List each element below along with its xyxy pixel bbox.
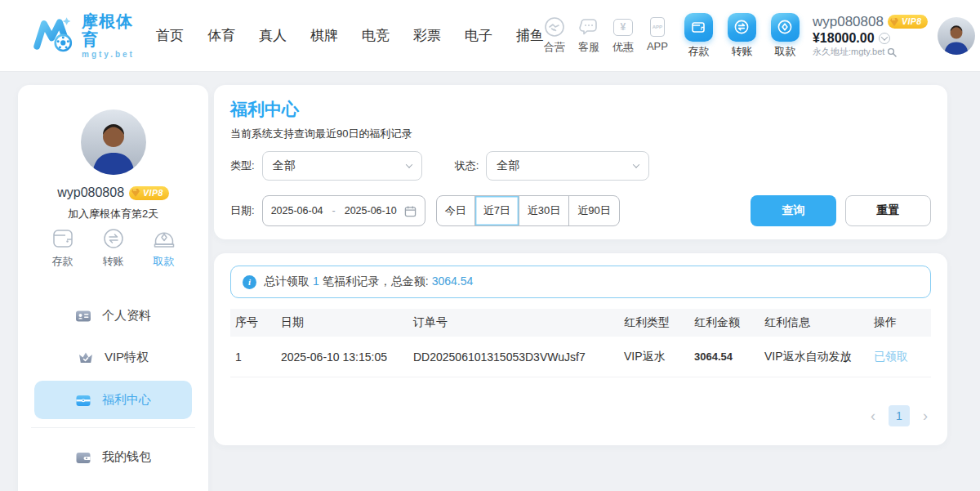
- col-index: 序号: [230, 315, 276, 330]
- pagination: ‹ 1 ›: [230, 405, 931, 426]
- brand-logo[interactable]: 摩根体育 mgty.bet: [33, 12, 135, 59]
- filter-row-date: 日期: 2025-06-04 - 2025-06-10 今日 近7日 近30日 …: [230, 195, 931, 226]
- blue-actions: 存款 转账: [684, 13, 800, 59]
- date-end[interactable]: 2025-06-10: [345, 205, 397, 216]
- wallet-icon: [75, 449, 91, 466]
- summary-amount: 3064.54: [432, 275, 474, 288]
- transfer-arrows-icon: [728, 13, 756, 42]
- partners-button[interactable]: 合营: [544, 16, 565, 55]
- balance-dropdown-icon[interactable]: [879, 33, 890, 44]
- promotions-label: 优惠: [612, 40, 634, 55]
- deposit-label: 存款: [688, 44, 709, 59]
- type-select[interactable]: 全部: [262, 151, 422, 181]
- col-order-no: 订单号: [408, 315, 619, 330]
- nav-item-esports[interactable]: 电竞: [362, 26, 390, 45]
- status-select[interactable]: 全部: [486, 151, 649, 181]
- nav-item-lottery[interactable]: 彩票: [413, 26, 441, 45]
- pagination-next-icon[interactable]: ›: [923, 408, 928, 423]
- pagination-page-1[interactable]: 1: [889, 405, 910, 426]
- brand-m-football-icon: [33, 13, 75, 59]
- sidebar-item-vip[interactable]: VIP特权: [18, 337, 208, 378]
- cell-bonus-info: VIP返水自动发放: [760, 350, 869, 364]
- user-avatar[interactable]: [938, 17, 975, 55]
- mobile-app-icon: APP: [647, 16, 668, 38]
- joined-days-text: 加入摩根体育第2天: [68, 207, 158, 221]
- sidebar-transfer-button[interactable]: 转账: [101, 226, 126, 269]
- header-right: 合营 客服 ¥: [544, 13, 975, 59]
- page-subtitle: 当前系统支持查询最近90日的福利记录: [230, 127, 931, 141]
- cell-order-no: DD202506101315053D3VWuJsf7: [408, 350, 619, 364]
- sidebar-item-profile[interactable]: 个人资料: [18, 295, 208, 337]
- profile-username: wyp080808: [57, 185, 124, 200]
- sidebar-quick-actions: 存款 转账 取款: [51, 226, 176, 269]
- app-download-label: APP: [647, 40, 668, 52]
- sidebar-item-transactions[interactable]: 交易记录: [18, 478, 208, 491]
- id-card-icon: [75, 308, 91, 324]
- date-start[interactable]: 2025-06-04: [271, 205, 323, 216]
- summary-text: 总计领取1笔福利记录，总金额:3064.54: [264, 275, 476, 289]
- reset-button[interactable]: 重置: [845, 195, 931, 226]
- sidebar: wyp080808 VIP8 加入摩根体育第2天 存款: [18, 85, 208, 491]
- nav-item-fishing[interactable]: 捕鱼: [516, 26, 544, 45]
- customer-service-button[interactable]: 客服: [578, 16, 599, 55]
- col-bonus-info: 红利信息: [760, 315, 869, 330]
- welfare-filter-card: 福利中心 当前系统支持查询最近90日的福利记录 类型: 全部 状态: 全部 日期…: [214, 85, 947, 239]
- cell-index: 1: [230, 350, 276, 364]
- nav-item-chess[interactable]: 棋牌: [310, 26, 338, 45]
- welfare-table: 序号 日期 订单号 红利类型 红利金额 红利信息 操作 1 2025-06-10…: [230, 309, 931, 377]
- app-download-button[interactable]: APP APP: [647, 16, 668, 55]
- info-icon: i: [243, 275, 256, 289]
- status-filter-label: 状态:: [455, 158, 479, 173]
- transfer-label: 转账: [731, 44, 752, 59]
- col-action: 操作: [869, 315, 931, 330]
- chevron-down-icon: [405, 161, 412, 167]
- sidebar-item-wallet[interactable]: 我的钱包: [18, 436, 208, 478]
- main-nav: 首页 体育 真人 棋牌 电竞 彩票 电子 捕鱼: [156, 26, 544, 45]
- range-7days-button[interactable]: 近7日: [475, 196, 519, 225]
- chevron-down-icon: [633, 161, 639, 167]
- cell-date: 2025-06-10 13:15:05: [276, 350, 408, 364]
- sidebar-withdraw-button[interactable]: 取款: [152, 226, 176, 269]
- cell-bonus-type: VIP返水: [619, 350, 689, 364]
- customer-service-icon: [578, 16, 599, 38]
- query-button[interactable]: 查询: [751, 195, 836, 226]
- nav-item-sports[interactable]: 体育: [207, 26, 235, 45]
- vip-badge: VIP8: [888, 15, 928, 29]
- deposit-wallet-icon: [51, 226, 75, 251]
- transfer-button[interactable]: 转账: [728, 13, 756, 59]
- range-today-button[interactable]: 今日: [437, 196, 475, 225]
- date-quick-ranges: 今日 近7日 近30日 近90日: [436, 195, 620, 226]
- withdraw-button[interactable]: 取款: [771, 13, 800, 59]
- sidebar-item-welfare-center[interactable]: 福利中心: [34, 381, 192, 419]
- summary-count: 1: [313, 275, 319, 288]
- table-row: 1 2025-06-10 13:15:05 DD202506101315053D…: [230, 337, 931, 377]
- gift-box-icon: [75, 392, 91, 408]
- permanent-address: 永久地址:mgty.bet: [813, 47, 884, 58]
- page-title: 福利中心: [230, 98, 931, 121]
- top-header: 摩根体育 mgty.bet 首页 体育 真人 棋牌 电竞 彩票 电子 捕鱼: [0, 0, 980, 72]
- nav-item-home[interactable]: 首页: [156, 26, 184, 45]
- sidebar-deposit-button[interactable]: 存款: [51, 226, 75, 269]
- search-icon[interactable]: [887, 47, 897, 57]
- pagination-prev-icon[interactable]: ‹: [871, 408, 875, 423]
- nav-item-live-casino[interactable]: 真人: [259, 26, 287, 45]
- date-range-input[interactable]: 2025-06-04 - 2025-06-10: [262, 195, 425, 226]
- calendar-icon: [404, 205, 416, 217]
- filter-row-selects: 类型: 全部 状态: 全部: [230, 151, 931, 181]
- range-90days-button[interactable]: 近90日: [569, 196, 618, 225]
- promotions-button[interactable]: ¥ 优惠: [612, 16, 634, 55]
- range-30days-button[interactable]: 近30日: [519, 196, 569, 225]
- withdraw-diamond-icon: [771, 13, 800, 42]
- coupon-yen-icon: ¥: [612, 16, 634, 38]
- user-info[interactable]: wyp080808 VIP8 ¥18000.00 永久地址:mgty.bet: [813, 13, 928, 58]
- profile-avatar[interactable]: [81, 109, 146, 175]
- nav-item-slots[interactable]: 电子: [465, 26, 492, 45]
- deposit-button[interactable]: 存款: [684, 13, 713, 59]
- profile-vip-badge: VIP8: [129, 186, 169, 200]
- date-separator: -: [332, 205, 336, 216]
- balance-amount: ¥18000.00: [813, 30, 875, 47]
- date-filter-label: 日期:: [230, 203, 255, 218]
- partners-label: 合营: [544, 40, 565, 55]
- welfare-results-card: i 总计领取1笔福利记录，总金额:3064.54 序号 日期 订单号 红利类型 …: [214, 253, 947, 445]
- vip-shield-icon: [890, 17, 900, 27]
